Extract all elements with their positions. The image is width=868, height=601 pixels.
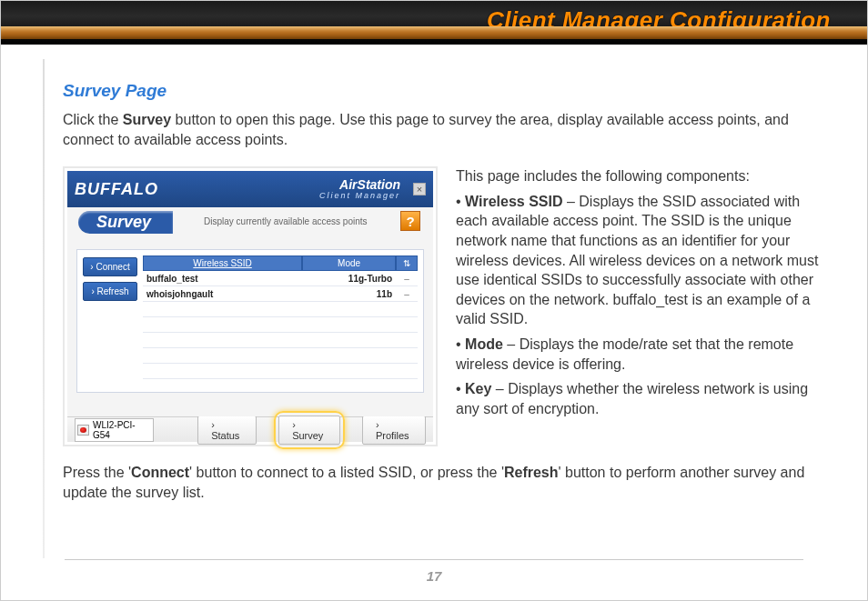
- disconnect-icon: [77, 425, 89, 436]
- cell-ssid: whoisjohngault: [143, 289, 304, 299]
- intro-bold-survey: Survey: [123, 112, 171, 127]
- screenshot-titlebar: BUFFALO AirStation Client Manager ×: [67, 171, 433, 207]
- desc-lead: This page includes the following compone…: [456, 166, 829, 186]
- table-header: Wireless SSID Mode ⇅: [143, 255, 418, 271]
- survey-tab[interactable]: › Survey: [278, 416, 340, 445]
- col-mode[interactable]: Mode: [302, 255, 396, 271]
- brand-logo: BUFFALO: [75, 180, 158, 199]
- table-row[interactable]: buffalo_test 11g-Turbo –: [143, 271, 418, 286]
- screenshot-footer: WLI2-PCI-G54 › Status › Survey › Profile…: [67, 416, 433, 442]
- footer-rule: [65, 559, 803, 560]
- desc-item-label: Key: [465, 381, 491, 396]
- col-key[interactable]: ⇅: [396, 255, 418, 271]
- description-column: This page includes the following compone…: [456, 166, 829, 424]
- desc-item-label: Wireless SSID: [465, 194, 562, 209]
- intro-text-post: button to open this page. Use this page …: [63, 112, 789, 147]
- header-title: Client Manager Configuration: [487, 6, 831, 35]
- screenshot-frame: BUFFALO AirStation Client Manager × Surv…: [63, 166, 438, 446]
- screenshot-body: Survey Display currently available acces…: [67, 207, 433, 416]
- table-row: [143, 302, 418, 317]
- closing-a: Press the ': [63, 465, 131, 480]
- device-chip[interactable]: WLI2-PCI-G54: [75, 418, 154, 442]
- closing-bold-refresh: Refresh: [504, 465, 559, 480]
- cell-ssid: buffalo_test: [143, 274, 304, 284]
- product-sub: Client Manager: [319, 192, 400, 200]
- table-row: [143, 333, 418, 348]
- help-icon[interactable]: ?: [400, 211, 420, 231]
- document-page: Client Manager Configuration Survey Page…: [0, 0, 868, 601]
- cell-mode: 11b: [304, 289, 396, 299]
- brand-right-group: AirStation Client Manager ×: [319, 179, 426, 199]
- side-buttons: › Connect › Refresh: [77, 250, 143, 392]
- desc-item-ssid: • Wireless SSID – Displays the SSID asso…: [456, 192, 829, 329]
- content-area: Survey Page Click the Survey button to o…: [41, 65, 847, 564]
- two-column-row: BUFFALO AirStation Client Manager × Surv…: [63, 166, 829, 446]
- close-icon[interactable]: ×: [413, 183, 426, 195]
- table-row[interactable]: whoisjohngault 11b –: [143, 286, 418, 302]
- table-row: [143, 348, 418, 364]
- desc-item-mode: • Mode – Displays the mode/rate set that…: [456, 335, 829, 374]
- status-tab[interactable]: › Status: [197, 416, 257, 445]
- desc-item-key: • Key – Displays whether the wireless ne…: [456, 379, 829, 418]
- desc-item-text: Displays the mode/rate set that the remo…: [456, 336, 793, 372]
- cell-key: –: [396, 274, 418, 284]
- closing-bold-connect: Connect: [131, 465, 189, 480]
- refresh-button[interactable]: › Refresh: [83, 282, 137, 301]
- device-name: WLI2-PCI-G54: [93, 420, 147, 440]
- screenshot-panel: › Connect › Refresh Wireless SSID Mode ⇅: [76, 249, 424, 393]
- survey-pill: Survey: [78, 211, 173, 234]
- table-row: [143, 317, 418, 333]
- cell-mode: 11g-Turbo: [304, 274, 396, 284]
- page-number: 17: [1, 568, 867, 584]
- closing-paragraph: Press the 'Connect' button to connect to…: [63, 463, 829, 503]
- closing-b: ' button to connect to a listed SSID, or…: [189, 465, 504, 480]
- col-ssid[interactable]: Wireless SSID: [143, 255, 302, 271]
- section-title: Survey Page: [63, 81, 829, 101]
- intro-paragraph: Click the Survey button to open this pag…: [63, 110, 829, 150]
- desc-item-text: Displays the SSID associated with each a…: [456, 194, 818, 327]
- table-row: [143, 364, 418, 379]
- intro-text-pre: Click the: [63, 112, 123, 127]
- cell-key: –: [396, 289, 418, 299]
- product-top: AirStation: [319, 179, 400, 191]
- screenshot: BUFFALO AirStation Client Manager × Surv…: [67, 171, 433, 442]
- screenshot-subtitle: Display currently available access point…: [204, 216, 368, 226]
- product-name: AirStation Client Manager: [319, 179, 400, 199]
- header-band: Client Manager Configuration: [1, 1, 867, 45]
- ap-table: Wireless SSID Mode ⇅ buffalo_test 11g-Tu…: [143, 250, 423, 392]
- desc-item-label: Mode: [465, 336, 503, 352]
- desc-item-text: Displays whether the wireless network is…: [456, 381, 808, 416]
- profiles-tab[interactable]: › Profiles: [362, 416, 426, 445]
- connect-button[interactable]: › Connect: [83, 257, 137, 276]
